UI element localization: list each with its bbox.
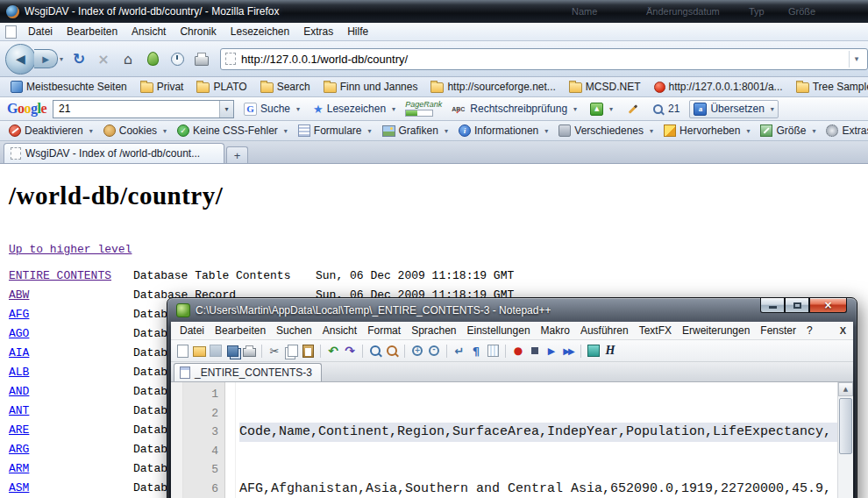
listing-link[interactable]: ARM xyxy=(9,462,29,475)
bookmark-finn-und-jannes[interactable]: Finn und Jannes xyxy=(318,80,423,94)
redo-button[interactable] xyxy=(343,344,357,358)
npp-menu-sprachen[interactable]: Sprachen xyxy=(406,323,461,338)
paste-button[interactable] xyxy=(301,344,315,358)
run-macro-multiple-button[interactable] xyxy=(561,344,575,358)
npp-menu-ansicht[interactable]: Ansicht xyxy=(317,323,362,338)
menu-datei[interactable]: Datei xyxy=(22,24,59,39)
new-file-button[interactable] xyxy=(175,344,189,358)
open-file-button[interactable] xyxy=(192,344,206,358)
npp-menu-datei[interactable]: Datei xyxy=(174,323,210,338)
google-search-button[interactable]: Suche xyxy=(240,101,303,117)
document-tab[interactable]: _ENTIRE_CONTENTS-3 xyxy=(174,363,322,381)
menu-ansicht[interactable]: Ansicht xyxy=(125,24,172,39)
minimize-button[interactable] xyxy=(760,298,785,313)
up-to-higher-level-link[interactable]: Up to higher level xyxy=(9,243,132,257)
listing-link[interactable]: ARE xyxy=(9,423,29,437)
npp-menu-textfx[interactable]: TextFX xyxy=(634,323,677,338)
save-button[interactable] xyxy=(209,344,223,358)
scroll-up-icon[interactable] xyxy=(838,382,853,396)
devtool-hervorheben[interactable]: Hervorheben xyxy=(659,123,754,139)
devtool-cookies[interactable]: Cookies xyxy=(99,123,171,139)
stop-macro-button[interactable] xyxy=(528,344,542,358)
autofill-button[interactable] xyxy=(623,106,644,112)
npp-menu-bearbeiten[interactable]: Bearbeiten xyxy=(210,323,271,338)
bookmark-plato[interactable]: PLATO xyxy=(191,80,252,94)
html-preview-button[interactable] xyxy=(603,344,617,358)
npp-menu-suchen[interactable]: Suchen xyxy=(271,323,317,338)
zoom-out-button[interactable] xyxy=(427,344,441,358)
sidewiki-button[interactable] xyxy=(587,101,616,117)
listing-link[interactable]: AND xyxy=(9,385,29,398)
forward-button[interactable] xyxy=(34,49,58,68)
back-button[interactable] xyxy=(5,44,36,75)
translate-button[interactable]: Übersetzen xyxy=(689,100,778,118)
scrollbar-thumb[interactable] xyxy=(839,398,852,454)
bookmark-most-visited[interactable]: Meistbesuchte Seiten xyxy=(5,80,132,94)
bookmark-search[interactable]: Search xyxy=(255,80,316,94)
firefox-titlebar[interactable]: WsgiDAV - Index of /world-db/country/ - … xyxy=(0,0,868,23)
indent-guide-button[interactable] xyxy=(486,344,500,358)
bookmark-localhost-8001[interactable]: http://127.0.0.1:8001/a... xyxy=(649,80,788,94)
devtool-css[interactable]: Keine CSS-Fehler xyxy=(173,123,292,139)
reload-button[interactable] xyxy=(68,47,90,70)
menu-extras[interactable]: Extras xyxy=(297,24,339,39)
url-text[interactable]: http://127.0.0.1/world-db/country/ xyxy=(241,53,849,66)
feed-button[interactable] xyxy=(141,47,164,70)
listing-link[interactable]: ENTIRE CONTENTS xyxy=(9,269,111,282)
listing-link[interactable]: AGO xyxy=(9,327,29,340)
stop-button[interactable] xyxy=(92,47,115,70)
history-dropdown-icon[interactable] xyxy=(60,55,63,63)
listing-link[interactable]: ARG xyxy=(9,443,29,456)
copy-button[interactable] xyxy=(284,344,298,358)
show-all-characters-button[interactable] xyxy=(469,344,483,358)
spellcheck-button[interactable]: Rechtschreibprüfung xyxy=(448,101,580,117)
devtool-grafiken[interactable]: Grafiken xyxy=(378,123,452,139)
bookmark-margin[interactable] xyxy=(171,382,183,498)
menu-chronik[interactable]: Chronik xyxy=(174,24,222,39)
word-wrap-button[interactable] xyxy=(452,344,466,358)
npp-menu-makro[interactable]: Makro xyxy=(536,323,575,338)
npp-menu-format[interactable]: Format xyxy=(362,323,406,338)
history-button[interactable] xyxy=(166,47,189,70)
search-dropdown-icon[interactable] xyxy=(219,101,233,117)
bookmark-mcsd[interactable]: MCSD.NET xyxy=(564,80,646,94)
home-button[interactable] xyxy=(117,47,139,70)
devtool-verschiedenes[interactable]: Verschiedenes xyxy=(554,123,658,139)
listing-link[interactable]: AIA xyxy=(9,346,29,359)
save-all-button[interactable] xyxy=(225,344,239,358)
play-macro-button[interactable] xyxy=(544,344,559,358)
menu-lesezeichen[interactable]: Lesezeichen xyxy=(224,24,295,39)
listing-link[interactable]: ABW xyxy=(9,288,29,302)
npp-menu-fenster[interactable]: Fenster xyxy=(755,323,801,338)
npp-menu-help[interactable]: ? xyxy=(801,323,818,338)
devtool-formulare[interactable]: Formulare xyxy=(294,123,376,139)
url-dropdown-icon[interactable] xyxy=(849,51,864,68)
find-button[interactable] xyxy=(368,344,382,358)
text-area[interactable]: Code,Name,Continent,Region,SurfaceArea,I… xyxy=(236,382,837,498)
bookmark-privat[interactable]: Privat xyxy=(135,80,189,94)
google-bookmarks-button[interactable]: Lesezeichen xyxy=(309,101,399,117)
menu-bearbeiten[interactable]: Bearbeiten xyxy=(60,24,124,39)
menubar-close-icon[interactable]: X xyxy=(840,325,846,336)
listing-link[interactable]: AFG xyxy=(9,308,29,321)
undo-button[interactable] xyxy=(326,344,340,358)
npp-menu-erweiterungen[interactable]: Erweiterungen xyxy=(677,323,755,338)
devtool-groesse[interactable]: Größe xyxy=(756,123,820,139)
devtool-extras[interactable]: Extras xyxy=(822,123,868,139)
plugin-button[interactable] xyxy=(587,344,601,358)
print-button[interactable] xyxy=(190,47,213,70)
npp-menu-ausfuehren[interactable]: Ausführen xyxy=(575,323,634,338)
replace-button[interactable] xyxy=(385,344,399,358)
line-number-gutter[interactable]: 1 2 3 4 5 6 xyxy=(183,382,225,498)
record-macro-button[interactable] xyxy=(511,344,525,358)
bookmark-tree-samples[interactable]: Tree Samples xyxy=(791,80,868,94)
bookmark-sourceforge[interactable]: http://sourceforge.net... xyxy=(425,80,560,94)
maximize-button[interactable] xyxy=(785,298,809,313)
print-button[interactable] xyxy=(242,344,256,358)
vertical-scrollbar[interactable] xyxy=(837,382,853,498)
listing-link[interactable]: ASM xyxy=(9,481,29,494)
url-bar[interactable]: http://127.0.0.1/world-db/country/ xyxy=(220,48,868,70)
google-search-input[interactable]: 21 xyxy=(53,101,219,117)
devtool-informationen[interactable]: Informationen xyxy=(454,123,552,139)
devtool-deaktivieren[interactable]: Deaktivieren xyxy=(4,123,97,139)
